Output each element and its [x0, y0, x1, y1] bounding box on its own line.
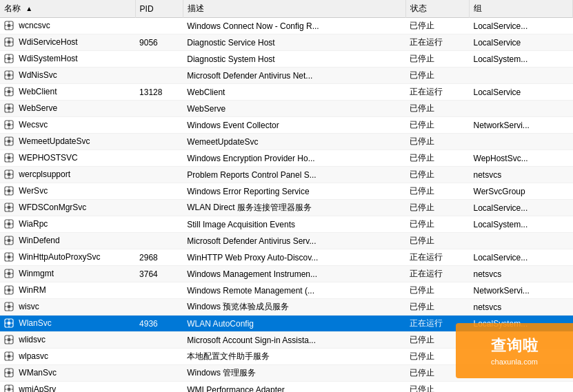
status-badge: 已停止: [410, 335, 434, 344]
table-row[interactable]: WFDSConMgrSvc WLAN Direct 服务连接管理器服务已停止Lo…: [0, 200, 573, 216]
table-row[interactable]: wmiApSrv WMI Performance Adapter已停止: [0, 382, 573, 393]
cell-status: 已停止: [405, 282, 469, 299]
cell-status: 已停止: [405, 183, 469, 200]
cell-status: 已停止: [405, 18, 469, 34]
cell-status: 正在运行: [405, 84, 469, 101]
table-row[interactable]: WebServe WebServe已停止: [0, 101, 573, 117]
cell-status: 已停止: [405, 167, 469, 183]
cell-name: wmiApSrv: [0, 382, 135, 393]
col-header-pid[interactable]: PID: [135, 0, 183, 18]
service-icon: [4, 120, 14, 130]
cell-status: 已停止: [405, 233, 469, 249]
col-header-status[interactable]: 状态: [405, 0, 469, 18]
cell-desc: WLAN AutoConfig: [183, 316, 405, 332]
table-row[interactable]: WEPHOSTSVC Windows Encryption Provider H…: [0, 150, 573, 167]
svg-point-133: [8, 387, 11, 391]
cell-desc: Microsoft Defender Antivirus Net...: [183, 68, 405, 84]
cell-desc: Windows Connect Now - Config R...: [183, 18, 405, 34]
col-pid-label: PID: [140, 4, 154, 14]
cell-pid: [135, 349, 183, 365]
svg-point-73: [8, 222, 11, 225]
cell-name: WinDefend: [0, 233, 135, 249]
cell-status: 正在运行: [405, 266, 469, 282]
table-row[interactable]: WdiSystemHost Diagnostic System Host已停止L…: [0, 51, 573, 68]
cell-group: netsvcs: [470, 266, 573, 282]
service-name: Wecsvc: [19, 120, 48, 130]
cell-status: 已停止: [405, 51, 469, 68]
cell-group: LocalSystem...: [470, 216, 573, 233]
cell-pid: [135, 101, 183, 117]
table-row[interactable]: WemeetUpdateSvc WemeetUpdateSvc已停止: [0, 134, 573, 150]
service-icon: [4, 285, 14, 295]
service-icon: [4, 186, 14, 196]
table-row[interactable]: WiaRpc Still Image Acquisition Events已停止…: [0, 216, 573, 233]
service-name: wcncsvc: [19, 21, 50, 30]
status-badge: 已停止: [410, 120, 434, 130]
cell-name: wlidsvc: [0, 332, 135, 349]
status-badge: 正在运行: [410, 318, 443, 328]
cell-name: WebServe: [0, 101, 135, 117]
service-name: WerSvc: [19, 186, 48, 196]
status-badge: 正在运行: [410, 87, 443, 96]
cell-group: LocalService...: [470, 249, 573, 266]
table-row[interactable]: wisvc Windows 预览体验成员服务已停止netsvcs: [0, 299, 573, 316]
cell-desc: WinHTTP Web Proxy Auto-Discov...: [183, 249, 405, 266]
svg-point-121: [8, 354, 11, 358]
table-row[interactable]: WebClient 13128WebClient正在运行LocalService: [0, 84, 573, 101]
service-name: wlpasvc: [19, 351, 48, 361]
table-row[interactable]: WinHttpAutoProxySvc 2968WinHTTP Web Prox…: [0, 249, 573, 266]
table-row[interactable]: WdiServiceHost 9056Diagnostic Service Ho…: [0, 34, 573, 51]
table-row[interactable]: WerSvc Windows Error Reporting Service已停…: [0, 183, 573, 200]
col-header-desc[interactable]: 描述: [183, 0, 405, 18]
cell-desc: WemeetUpdateSvc: [183, 134, 405, 150]
table-row[interactable]: WinDefend Microsoft Defender Antivirus S…: [0, 233, 573, 249]
cell-group: NetworkServi...: [470, 282, 573, 299]
svg-point-127: [8, 371, 11, 374]
cell-group: LocalSystem...: [470, 51, 573, 68]
service-name: wlidsvc: [19, 335, 46, 344]
service-name: WFDSConMgrSvc: [19, 203, 86, 212]
cell-name: wlpasvc: [0, 349, 135, 365]
table-row[interactable]: wercplsupport Problem Reports Control Pa…: [0, 167, 573, 183]
service-icon: [4, 37, 14, 47]
cell-pid: [135, 117, 183, 134]
cell-pid: [135, 282, 183, 299]
table-header-row: 名称 ▲ PID 描述 状态 组: [0, 0, 573, 18]
cell-group: [470, 134, 573, 150]
status-badge: 已停止: [410, 351, 434, 361]
service-name: WdiServiceHost: [19, 37, 77, 47]
service-icon: [4, 351, 14, 361]
cell-status: 已停止: [405, 382, 469, 393]
cell-group: [470, 382, 573, 393]
status-badge: 已停止: [410, 136, 434, 146]
table-row[interactable]: WdNisSvc Microsoft Defender Antivirus Ne…: [0, 68, 573, 84]
table-row[interactable]: Wecsvc Windows Event Collector已停止Network…: [0, 117, 573, 134]
service-name: WEPHOSTSVC: [19, 153, 77, 163]
table-row[interactable]: Winmgmt 3764Windows Management Instrumen…: [0, 266, 573, 282]
cell-group: [470, 68, 573, 84]
svg-point-49: [8, 156, 11, 159]
service-name: wercplsupport: [19, 169, 70, 179]
cell-desc: Problem Reports Control Panel S...: [183, 167, 405, 183]
service-name: WlanSvc: [19, 318, 51, 328]
cell-name: WemeetUpdateSvc: [0, 134, 135, 150]
status-badge: 已停止: [410, 103, 434, 113]
svg-point-85: [8, 255, 11, 258]
cell-name: WFDSConMgrSvc: [0, 200, 135, 216]
cell-status: 已停止: [405, 299, 469, 316]
table-row[interactable]: WinRM Windows Remote Management (...已停止N…: [0, 282, 573, 299]
status-badge: 正在运行: [410, 269, 443, 278]
cell-group: LocalService: [470, 84, 573, 101]
cell-name: wcncsvc: [0, 18, 135, 34]
cell-group: [470, 233, 573, 249]
cell-pid: [135, 51, 183, 68]
cell-pid: [135, 183, 183, 200]
service-icon: [4, 136, 14, 146]
cell-status: 已停止: [405, 200, 469, 216]
cell-group: [470, 101, 573, 117]
service-icon: [4, 368, 14, 378]
col-header-name[interactable]: 名称 ▲: [0, 0, 135, 18]
table-row[interactable]: wcncsvc Windows Connect Now - Config R..…: [0, 18, 573, 34]
col-group-label: 组: [474, 3, 482, 13]
col-header-group[interactable]: 组: [470, 0, 573, 18]
